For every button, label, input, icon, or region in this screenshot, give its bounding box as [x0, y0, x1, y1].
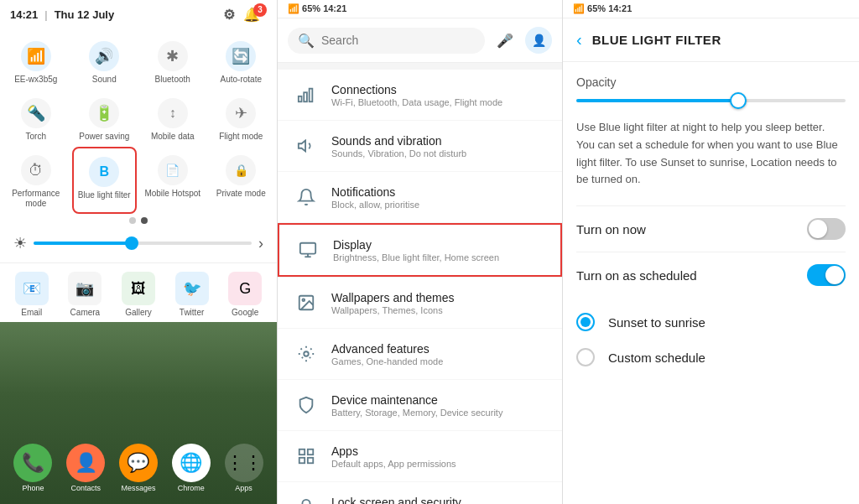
connections-icon — [291, 80, 321, 110]
app-twitter[interactable]: 🐦 Twitter — [175, 272, 209, 317]
svg-point-9 — [304, 351, 309, 356]
settings-notifications-title: Notifications — [331, 185, 549, 199]
brightness-chevron[interactable]: › — [258, 235, 263, 252]
status-date: Thu 12 July — [55, 8, 115, 21]
gear-icon[interactable]: ⚙ — [223, 7, 235, 23]
tile-mobiledata[interactable]: ↕ Mobile data — [140, 90, 206, 147]
tile-mobilehotspot[interactable]: 📄 Mobile Hotspot — [140, 147, 206, 214]
sunset-label: Sunset to sunrise — [608, 315, 705, 330]
sound-icon: 🔊 — [89, 41, 119, 71]
quick-tiles-row3: ⏱ Performance mode B Blue light filter 📄… — [0, 147, 277, 214]
turn-on-scheduled-row: Turn on as scheduled — [576, 252, 846, 298]
settings-item-display-text: Display Brightness, Blue light filter, H… — [333, 238, 547, 262]
dock-messages[interactable]: 💬 Messages — [119, 444, 158, 492]
settings-item-maintenance[interactable]: Device maintenance Battery, Storage, Mem… — [278, 380, 562, 430]
app-email[interactable]: 📧 Email — [15, 272, 49, 317]
settings-apps-title: Apps — [331, 444, 549, 458]
bluelight-panel: 📶 65% 14:21 ‹ BLUE LIGHT FILTER Opacity … — [562, 0, 859, 504]
settings-item-advanced-text: Advanced features Games, One-handed mode — [331, 342, 549, 366]
dock-phone[interactable]: 📞 Phone — [13, 444, 52, 492]
settings-item-apps[interactable]: Apps Default apps, App permissions — [278, 431, 562, 481]
powersaving-icon: 🔋 — [89, 98, 119, 128]
sunset-radio[interactable] — [576, 313, 595, 331]
app-gallery[interactable]: 🖼 Gallery — [122, 272, 155, 317]
messages-icon: 💬 — [119, 444, 158, 482]
tile-powersaving-label: Power saving — [79, 132, 129, 142]
settings-item-wallpapers[interactable]: Wallpapers and themes Wallpapers, Themes… — [278, 278, 562, 328]
dock-contacts[interactable]: 👤 Contacts — [66, 444, 105, 492]
tile-mobilehotspot-label: Mobile Hotspot — [144, 189, 200, 199]
bluelight-title: BLUE LIGHT FILTER — [592, 33, 721, 47]
app-google[interactable]: G Google — [228, 272, 262, 317]
sounds-icon — [291, 131, 321, 161]
turn-on-scheduled-thumb — [825, 266, 844, 284]
sunset-radio-inner — [580, 317, 591, 327]
phone-label: Phone — [22, 484, 44, 492]
tile-wifi[interactable]: 📶 EE-wx3b5g — [3, 33, 69, 90]
notification-panel: 14:21 | Thu 12 July ⚙ 🔔 3 📶 EE-wx3b5g 🔊 … — [0, 0, 277, 504]
google-label: Google — [232, 308, 258, 317]
maintenance-icon — [291, 390, 321, 420]
tile-sound[interactable]: 🔊 Sound — [72, 33, 138, 90]
twitter-label: Twitter — [180, 308, 204, 317]
camera-icon: 📷 — [68, 272, 102, 305]
camera-label: Camera — [70, 308, 101, 317]
turn-on-now-toggle[interactable] — [807, 218, 846, 240]
homescreen-preview: 📞 Phone 👤 Contacts 💬 Messages 🌐 Chrome — [0, 322, 277, 504]
bl-status-icons: 📶 65% 14:21 — [573, 3, 632, 14]
opacity-label: Opacity — [576, 75, 846, 89]
mic-icon[interactable]: 🎤 — [492, 27, 518, 54]
tile-torch[interactable]: 🔦 Torch — [3, 90, 69, 147]
advanced-icon — [291, 339, 321, 369]
custom-radio-row[interactable]: Custom schedule — [576, 340, 846, 375]
dock-apps[interactable]: ⋮⋮ Apps — [225, 444, 263, 492]
notifications-settings-icon — [291, 182, 321, 212]
tile-powersaving[interactable]: 🔋 Power saving — [72, 90, 138, 147]
brightness-slider[interactable] — [34, 242, 252, 245]
tile-bluetooth[interactable]: ✱ Bluetooth — [140, 33, 206, 90]
tile-bluetooth-label: Bluetooth — [155, 75, 190, 85]
opacity-thumb — [730, 92, 747, 109]
custom-radio[interactable] — [576, 348, 595, 366]
settings-statusbar: 📶 65% 14:21 — [278, 0, 562, 18]
turn-on-scheduled-toggle[interactable] — [807, 264, 846, 286]
wallpapers-icon — [291, 288, 321, 318]
settings-item-display[interactable]: Display Brightness, Blue light filter, H… — [278, 223, 562, 277]
tile-performance[interactable]: ⏱ Performance mode — [3, 147, 69, 214]
divider-1 — [0, 262, 277, 263]
dock-chrome[interactable]: 🌐 Chrome — [172, 444, 211, 492]
settings-item-apps-text: Apps Default apps, App permissions — [331, 444, 549, 469]
tile-privatemode-label: Private mode — [216, 189, 266, 199]
tile-bluelight[interactable]: B Blue light filter — [72, 147, 138, 214]
search-box[interactable]: 🔍 — [288, 28, 485, 54]
opacity-slider[interactable] — [576, 99, 846, 102]
settings-item-notifications-text: Notifications Block, allow, prioritise — [331, 185, 549, 210]
turn-on-now-label: Turn on now — [576, 222, 646, 236]
contacts-label: Contacts — [70, 484, 101, 492]
svg-rect-0 — [299, 96, 302, 101]
contacts-icon: 👤 — [66, 444, 105, 482]
sunset-radio-row[interactable]: Sunset to sunrise — [576, 304, 846, 340]
back-button[interactable]: ‹ — [576, 30, 582, 49]
settings-notifications-sub: Block, allow, prioritise — [331, 200, 549, 210]
chrome-label: Chrome — [178, 484, 205, 492]
tile-privatemode[interactable]: 🔒 Private mode — [209, 147, 274, 214]
settings-item-advanced[interactable]: Advanced features Games, One-handed mode — [278, 329, 562, 379]
settings-item-notifications[interactable]: Notifications Block, allow, prioritise — [278, 172, 562, 222]
settings-item-sounds[interactable]: Sounds and vibration Sounds, Vibration, … — [278, 121, 562, 171]
mobiledata-icon: ↕ — [158, 98, 188, 128]
bluelight-description: Use Blue light filter at night to help y… — [576, 119, 846, 189]
tile-autorotate[interactable]: 🔄 Auto-rotate — [209, 33, 274, 90]
search-input[interactable] — [321, 34, 475, 47]
tile-flightmode[interactable]: ✈ Flight mode — [209, 90, 274, 147]
twitter-icon: 🐦 — [175, 272, 209, 305]
settings-item-lockscreen[interactable]: Lock screen and security Always On Displ… — [278, 482, 562, 504]
performance-icon: ⏱ — [21, 155, 51, 185]
svg-rect-12 — [299, 458, 305, 463]
lock-icon — [291, 492, 321, 504]
settings-item-connections[interactable]: Connections Wi-Fi, Bluetooth, Data usage… — [278, 70, 562, 120]
settings-lockscreen-title: Lock screen and security — [331, 496, 549, 505]
notification-badge: 3 — [253, 3, 267, 17]
app-camera[interactable]: 📷 Camera — [68, 272, 102, 317]
profile-icon[interactable]: 👤 — [525, 27, 552, 54]
